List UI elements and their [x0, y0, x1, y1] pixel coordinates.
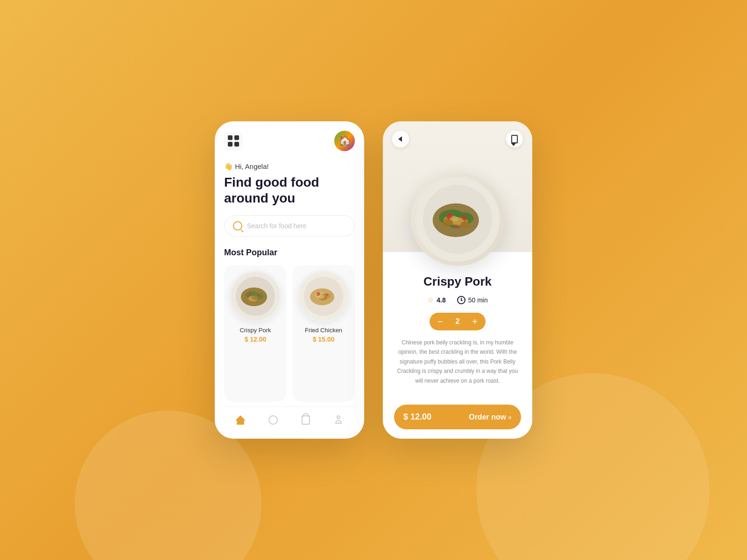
food-visual-2 [298, 271, 349, 322]
qty-decrease-button[interactable]: − [431, 313, 449, 330]
food-name-2: Fried Chicken [305, 327, 342, 334]
bag-shape [302, 415, 310, 425]
back-button[interactable] [392, 131, 409, 147]
hero-food-visual [413, 175, 502, 264]
dish-name: Crispy Pork [394, 274, 521, 289]
quantity-control: − 2 + [394, 313, 521, 330]
grid-icon[interactable] [224, 132, 243, 150]
person-shape [334, 415, 343, 425]
svg-point-15 [325, 294, 328, 296]
back-arrow-icon [398, 136, 402, 142]
food-price-1: $ 12.00 [245, 336, 267, 343]
dish-description: Chinese pork belly crackling is, in my h… [394, 338, 521, 397]
food-name-1: Crispy Pork [240, 327, 271, 334]
qty-wrapper: − 2 + [430, 313, 486, 330]
nav-home[interactable] [231, 413, 250, 427]
phone-1: 🏠 👋 Hi, Angela! Find good foodaround you… [215, 121, 364, 439]
bag-icon [300, 414, 311, 426]
person-head [337, 415, 340, 419]
greeting-text: 👋 Hi, Angela! [224, 162, 355, 171]
svg-point-32 [460, 222, 469, 228]
qty-value: 2 [449, 317, 466, 326]
bottom-nav [224, 406, 355, 429]
search-icon [233, 221, 242, 231]
food-card-crispy-pork[interactable]: Crispy Pork $ 12.00 [224, 265, 287, 402]
svg-point-8 [252, 295, 259, 300]
section-title: Most Popular [224, 248, 355, 258]
home-icon [235, 414, 246, 426]
phones-container: 🏠 👋 Hi, Angela! Find good foodaround you… [215, 121, 532, 439]
search-placeholder: Search for food here [247, 222, 307, 230]
search-bar[interactable]: Search for food here [224, 215, 355, 237]
food-plate-1 [230, 271, 281, 322]
grid-dot-1 [228, 135, 233, 140]
svg-point-6 [248, 292, 252, 296]
svg-point-17 [318, 295, 324, 299]
clock-icon [457, 296, 465, 304]
phone-2-top-bar [383, 121, 532, 147]
dish-time: 50 min [457, 296, 488, 304]
phone-1-header: 🏠 [224, 131, 355, 151]
food-plate-2 [298, 271, 349, 322]
food-cards: Crispy Pork $ 12.00 [224, 265, 355, 402]
svg-point-31 [443, 219, 453, 226]
avatar[interactable]: 🏠 [334, 131, 355, 151]
time-value: 50 min [468, 296, 488, 304]
nav-profile[interactable] [329, 413, 348, 427]
person-body [335, 420, 342, 424]
qty-increase-button[interactable]: + [466, 313, 484, 330]
phone-2-hero [383, 121, 532, 252]
grid-dot-3 [228, 142, 233, 147]
food-card-fried-chicken[interactable]: Fried Chicken $ 15.00 [292, 265, 355, 402]
order-now-label: Order now [469, 413, 506, 421]
bookmark-button[interactable] [506, 131, 523, 147]
rating-value: 4.8 [437, 296, 445, 304]
order-bar[interactable]: $ 12.00 Order now » [394, 405, 521, 429]
order-arrows-icon: » [508, 413, 512, 421]
hero-food-plate [411, 173, 504, 266]
grid-dot-2 [234, 135, 239, 140]
food-price-2: $ 15.00 [313, 336, 335, 343]
dish-meta: ☆ 4.8 50 min [394, 295, 521, 304]
order-price: $ 12.00 [403, 412, 469, 422]
phone-2-content: Crispy Pork ☆ 4.8 50 min − 2 + Chinese [383, 252, 532, 439]
nav-explore[interactable] [264, 413, 282, 427]
dish-rating: ☆ 4.8 [427, 295, 445, 304]
phone-2: Crispy Pork ☆ 4.8 50 min − 2 + Chinese [383, 121, 532, 439]
star-icon: ☆ [427, 295, 434, 304]
profile-icon [333, 414, 344, 426]
grid-dot-4 [234, 142, 239, 147]
avatar-emoji: 🏠 [338, 135, 351, 147]
compass-shape [268, 415, 278, 425]
nav-bag[interactable] [296, 413, 315, 427]
bookmark-icon [511, 135, 518, 143]
home-shape [235, 415, 246, 425]
food-visual-1 [230, 271, 281, 322]
headline-text: Find good foodaround you [224, 175, 355, 206]
explore-icon [268, 414, 279, 426]
